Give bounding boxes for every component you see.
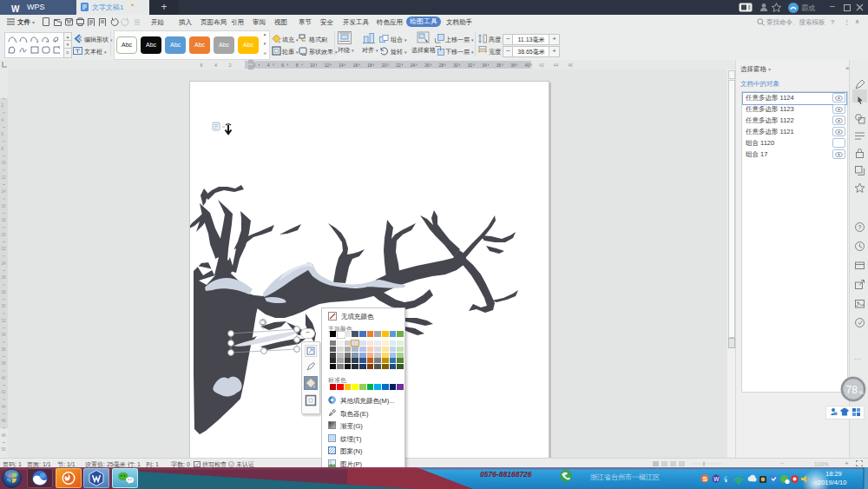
svg-text:40: 40	[525, 63, 530, 68]
svg-text:46: 46	[2, 419, 7, 423]
svg-text:42: 42	[2, 390, 7, 394]
svg-text:14: 14	[2, 189, 7, 194]
svg-text:26: 26	[2, 275, 7, 280]
svg-text:44: 44	[2, 405, 7, 409]
svg-text:38: 38	[510, 63, 516, 68]
svg-text:18: 18	[367, 63, 372, 68]
svg-text:34: 34	[482, 63, 487, 68]
svg-text:36: 36	[2, 347, 7, 352]
svg-text:32: 32	[468, 63, 473, 68]
svg-text:0576-88168726: 0576-88168726	[480, 470, 532, 479]
svg-text:%: %	[859, 390, 865, 395]
svg-text:?: ?	[858, 224, 862, 230]
svg-text:30: 30	[453, 63, 458, 68]
svg-text:16: 16	[353, 63, 358, 68]
svg-text:50: 50	[2, 447, 7, 452]
svg-text:40: 40	[2, 376, 7, 380]
svg-text:38: 38	[2, 361, 7, 366]
svg-text:14: 14	[339, 63, 344, 68]
svg-text:78: 78	[846, 384, 858, 396]
svg-text:20: 20	[2, 233, 7, 237]
svg-text:12: 12	[325, 63, 330, 68]
svg-text:42: 42	[539, 63, 544, 68]
svg-text:24: 24	[2, 261, 7, 266]
svg-text:22: 22	[396, 63, 401, 68]
svg-text:22: 22	[2, 247, 7, 251]
svg-text:2019/4/10: 2019/4/10	[818, 479, 846, 486]
svg-text:W: W	[713, 476, 720, 482]
svg-text:浙江省台州市᠁椒江区: 浙江省台州市᠁椒江区	[590, 473, 660, 481]
svg-text:44: 44	[554, 63, 559, 68]
svg-text:46: 46	[568, 63, 573, 68]
svg-text:12: 12	[2, 175, 7, 180]
svg-text:28: 28	[439, 63, 444, 68]
svg-text:20: 20	[382, 63, 387, 68]
svg-text:S: S	[703, 475, 708, 483]
svg-text:30: 30	[2, 304, 7, 308]
svg-text:34: 34	[2, 333, 7, 337]
svg-text:10: 10	[310, 63, 315, 68]
svg-text:2: 2	[229, 63, 232, 68]
svg-text:48: 48	[2, 433, 7, 438]
svg-text:8: 8	[296, 63, 299, 68]
svg-text:26: 26	[424, 63, 430, 68]
svg-text:16: 16	[2, 204, 7, 208]
svg-text:4: 4	[267, 63, 270, 68]
svg-text:24: 24	[411, 63, 416, 68]
svg-text:18:29: 18:29	[825, 470, 842, 478]
svg-text:6: 6	[201, 63, 203, 68]
svg-text:18: 18	[2, 218, 7, 222]
svg-text:6: 6	[281, 63, 284, 68]
svg-text:¿: ¿	[724, 474, 727, 480]
svg-text:32: 32	[2, 319, 7, 323]
svg-text:28: 28	[2, 290, 7, 294]
svg-text:10: 10	[2, 161, 7, 165]
svg-text:36: 36	[496, 63, 502, 68]
svg-text:4: 4	[214, 63, 217, 68]
